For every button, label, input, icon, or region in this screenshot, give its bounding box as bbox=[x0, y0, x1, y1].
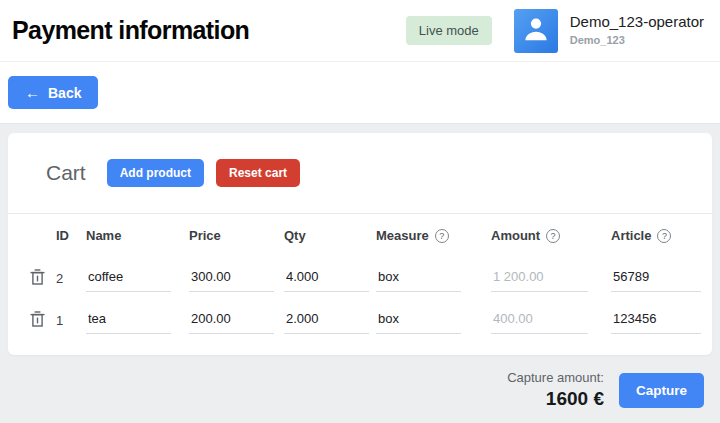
row-id: 2 bbox=[56, 271, 86, 286]
user-name: Demo_123-operator bbox=[570, 13, 704, 32]
trash-icon bbox=[30, 311, 45, 330]
measure-input[interactable] bbox=[376, 307, 461, 334]
column-measure: Measure ? bbox=[376, 228, 491, 243]
column-article: Article ? bbox=[611, 228, 702, 243]
measure-input[interactable] bbox=[376, 265, 461, 292]
table-row: 2 bbox=[8, 257, 712, 299]
amount-input bbox=[491, 307, 588, 334]
delete-row-button[interactable] bbox=[30, 269, 56, 288]
help-icon[interactable]: ? bbox=[657, 229, 671, 243]
delete-row-button[interactable] bbox=[30, 311, 56, 330]
table-row: 1 bbox=[8, 299, 712, 341]
row-id: 1 bbox=[56, 313, 86, 328]
column-qty: Qty bbox=[284, 228, 376, 243]
add-product-button[interactable]: Add product bbox=[107, 159, 204, 187]
article-input[interactable] bbox=[611, 307, 701, 334]
user-block[interactable]: Demo_123-operator Demo_123 bbox=[570, 13, 704, 48]
live-mode-badge: Live mode bbox=[406, 16, 492, 45]
help-icon[interactable]: ? bbox=[546, 229, 560, 243]
cart-header: Cart Add product Reset cart bbox=[8, 133, 712, 214]
capture-amount-block: Capture amount: 1600 € bbox=[507, 370, 604, 410]
back-arrow-icon: ← bbox=[25, 84, 40, 101]
article-input[interactable] bbox=[611, 265, 701, 292]
amount-input bbox=[491, 265, 588, 292]
trash-icon bbox=[30, 269, 45, 288]
card-bottom-padding bbox=[8, 341, 712, 355]
cart-card: Cart Add product Reset cart ID Name Pric… bbox=[8, 133, 712, 355]
price-input[interactable] bbox=[189, 265, 274, 292]
name-input[interactable] bbox=[86, 307, 171, 334]
column-id: ID bbox=[56, 228, 86, 243]
name-input[interactable] bbox=[86, 265, 171, 292]
column-article-label: Article bbox=[611, 228, 651, 243]
price-input[interactable] bbox=[189, 307, 274, 334]
avatar[interactable] bbox=[514, 9, 558, 53]
capture-amount-label: Capture amount: bbox=[507, 370, 604, 385]
column-name: Name bbox=[86, 228, 189, 243]
qty-input[interactable] bbox=[284, 265, 369, 292]
column-amount-label: Amount bbox=[491, 228, 540, 243]
main-area: Cart Add product Reset cart ID Name Pric… bbox=[0, 124, 720, 410]
column-measure-label: Measure bbox=[376, 228, 429, 243]
toolbar: ← Back bbox=[0, 62, 720, 124]
capture-button[interactable]: Capture bbox=[619, 373, 704, 408]
reset-cart-button[interactable]: Reset cart bbox=[216, 159, 300, 187]
user-account: Demo_123 bbox=[570, 34, 704, 48]
column-amount: Amount ? bbox=[491, 228, 611, 243]
cart-title: Cart bbox=[46, 161, 86, 185]
back-button-label: Back bbox=[48, 85, 81, 101]
user-avatar-icon bbox=[519, 12, 553, 50]
back-button[interactable]: ← Back bbox=[8, 76, 98, 109]
qty-input[interactable] bbox=[284, 307, 369, 334]
help-icon[interactable]: ? bbox=[435, 229, 449, 243]
cart-table-header: ID Name Price Qty Measure ? Amount ? Art… bbox=[8, 214, 712, 257]
app-header: Payment information Live mode Demo_123-o… bbox=[0, 0, 720, 62]
capture-footer: Capture amount: 1600 € Capture bbox=[8, 355, 712, 410]
capture-amount-value: 1600 € bbox=[507, 388, 604, 410]
column-price: Price bbox=[189, 228, 284, 243]
page-title: Payment information bbox=[12, 16, 249, 45]
